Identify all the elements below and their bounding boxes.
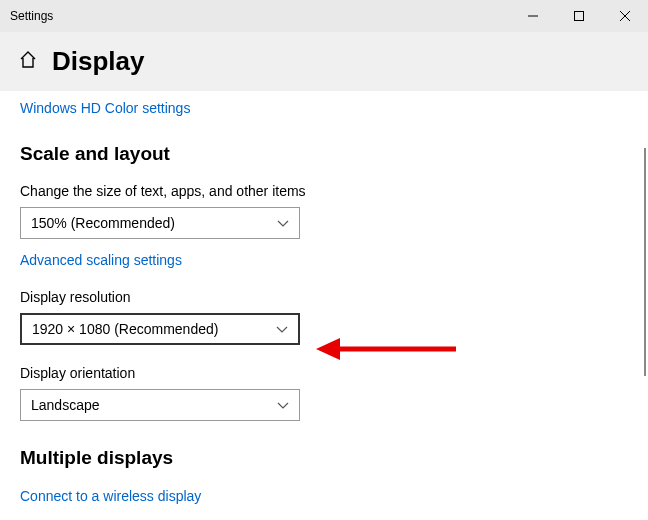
- orientation-value: Landscape: [31, 397, 100, 413]
- section-scale-layout: Scale and layout: [20, 143, 628, 165]
- resolution-value: 1920 × 1080 (Recommended): [32, 321, 218, 337]
- wireless-display-link[interactable]: Connect to a wireless display: [20, 488, 201, 504]
- scale-value: 150% (Recommended): [31, 215, 175, 231]
- svg-rect-1: [575, 12, 584, 21]
- chevron-down-icon: [277, 396, 289, 414]
- titlebar: Settings: [0, 0, 648, 32]
- scale-dropdown[interactable]: 150% (Recommended): [20, 207, 300, 239]
- maximize-button[interactable]: [556, 0, 602, 32]
- hd-color-link[interactable]: Windows HD Color settings: [20, 100, 190, 116]
- chevron-down-icon: [277, 214, 289, 232]
- minimize-button[interactable]: [510, 0, 556, 32]
- chevron-down-icon: [276, 320, 288, 338]
- window-controls: [510, 0, 648, 32]
- resolution-dropdown[interactable]: 1920 × 1080 (Recommended): [20, 313, 300, 345]
- resolution-label: Display resolution: [20, 289, 628, 305]
- section-multiple-displays: Multiple displays: [20, 447, 628, 469]
- scrollbar[interactable]: [644, 148, 646, 376]
- close-button[interactable]: [602, 0, 648, 32]
- content-area: Windows HD Color settings Scale and layo…: [0, 91, 648, 505]
- scale-label: Change the size of text, apps, and other…: [20, 183, 628, 199]
- page-header: Display: [0, 32, 648, 91]
- orientation-dropdown[interactable]: Landscape: [20, 389, 300, 421]
- orientation-label: Display orientation: [20, 365, 628, 381]
- page-title: Display: [52, 46, 145, 77]
- window-title: Settings: [10, 9, 53, 23]
- home-icon[interactable]: [18, 50, 38, 74]
- advanced-scaling-link[interactable]: Advanced scaling settings: [20, 252, 182, 268]
